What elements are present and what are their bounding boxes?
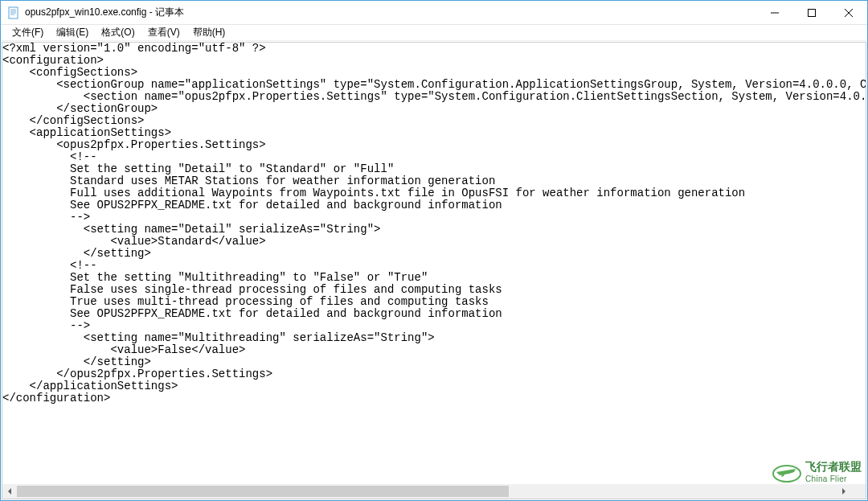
text-editor[interactable]: <?xml version="1.0" encoding="utf-8" ?> … bbox=[2, 43, 866, 484]
menu-view[interactable]: 查看(V) bbox=[141, 24, 186, 41]
menu-edit[interactable]: 编辑(E) bbox=[50, 24, 95, 41]
titlebar[interactable]: opus2pfpx_win10.exe.config - 记事本 bbox=[1, 1, 867, 25]
scrollbar-track[interactable] bbox=[17, 484, 837, 499]
horizontal-scrollbar[interactable] bbox=[2, 484, 851, 499]
scroll-left-button[interactable] bbox=[2, 484, 17, 499]
svg-rect-6 bbox=[809, 9, 816, 16]
scroll-right-button[interactable] bbox=[837, 484, 851, 499]
maximize-button[interactable] bbox=[793, 1, 830, 25]
scrollbar-thumb[interactable] bbox=[17, 486, 509, 497]
svg-marker-9 bbox=[8, 488, 11, 495]
svg-marker-10 bbox=[842, 488, 845, 495]
window-controls bbox=[756, 1, 867, 25]
close-button[interactable] bbox=[830, 1, 867, 25]
notepad-icon bbox=[7, 6, 20, 19]
menu-format[interactable]: 格式(O) bbox=[95, 24, 141, 41]
menubar: 文件(F) 编辑(E) 格式(O) 查看(V) 帮助(H) bbox=[1, 25, 867, 41]
scrollbar-corner bbox=[851, 484, 866, 499]
window-title: opus2pfpx_win10.exe.config - 记事本 bbox=[25, 6, 756, 19]
menu-help[interactable]: 帮助(H) bbox=[186, 24, 232, 41]
notepad-window: opus2pfpx_win10.exe.config - 记事本 文件(F) 编… bbox=[0, 0, 868, 501]
minimize-button[interactable] bbox=[756, 1, 793, 25]
editor-area: <?xml version="1.0" encoding="utf-8" ?> … bbox=[2, 42, 866, 499]
menu-file[interactable]: 文件(F) bbox=[6, 24, 50, 41]
